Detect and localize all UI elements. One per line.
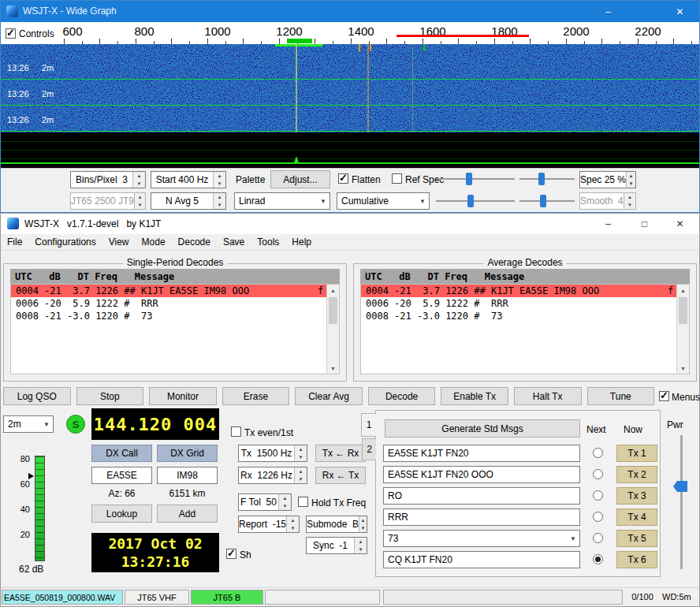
- spinner-arrows-icon[interactable]: [624, 193, 635, 209]
- decode-row[interactable]: 0004 -21 3.7 1226 ## K1JT EA5SE IM98 OOO…: [11, 285, 339, 297]
- waterfall-display[interactable]: 13:26 2m 13:26 2m 13:26 2m: [1, 44, 699, 132]
- rx-from-tx-button[interactable]: Rx ← Tx: [315, 467, 366, 484]
- log-qso-button[interactable]: Log QSO: [3, 387, 71, 405]
- tx6-message-field[interactable]: CQ K1JT FN20: [383, 551, 580, 568]
- tx5-message-combo[interactable]: 73: [383, 530, 580, 547]
- menu-view[interactable]: View: [102, 236, 136, 248]
- spinner-arrows-icon[interactable]: [354, 538, 367, 553]
- spinner-arrows-icon[interactable]: [278, 494, 291, 510]
- maximize-icon[interactable]: [627, 214, 662, 234]
- spinner-arrows-icon[interactable]: [213, 172, 225, 188]
- spectrum-display[interactable]: [1, 132, 699, 168]
- report-spinner[interactable]: Report -15: [238, 516, 300, 533]
- single-period-decodes-list[interactable]: 0004 -21 3.7 1226 ## K1JT EA5SE IM98 OOO…: [10, 284, 340, 374]
- tx5-next-radio[interactable]: [593, 533, 603, 543]
- spinner-arrows-icon[interactable]: [286, 516, 299, 532]
- palette-combo[interactable]: Linrad: [234, 192, 330, 210]
- wide-graph-titlebar[interactable]: WSJT-X - Wide Graph: [1, 1, 699, 22]
- minimize-icon[interactable]: [590, 1, 626, 23]
- tx-even-checkbox[interactable]: [231, 426, 241, 437]
- decode-row[interactable]: 0008 -21 -3.0 1220 # 73: [361, 310, 689, 322]
- tx3-now-button[interactable]: Tx 3: [616, 487, 657, 505]
- decode-button[interactable]: Decode: [368, 387, 436, 405]
- tx-from-rx-button[interactable]: Tx ← Rx: [315, 445, 366, 462]
- scrollbar[interactable]: [326, 285, 339, 374]
- close-icon[interactable]: [662, 214, 698, 234]
- spec-percent-spinner[interactable]: Spec 25 %: [579, 171, 636, 188]
- stop-button[interactable]: Stop: [76, 387, 144, 405]
- adjust-button[interactable]: Adjust...: [270, 170, 330, 188]
- generate-std-msgs-button[interactable]: Generate Std Msgs: [385, 419, 580, 438]
- tx4-message-field[interactable]: RRR: [383, 508, 580, 526]
- pwr-slider-track[interactable]: [680, 435, 683, 569]
- spinner-arrows-icon[interactable]: [132, 172, 145, 188]
- submode-spinner[interactable]: Submode B: [306, 516, 367, 533]
- menu-configurations[interactable]: Configurations: [28, 236, 102, 248]
- spinner-arrows-icon[interactable]: [134, 193, 145, 209]
- tx3-next-radio[interactable]: [593, 490, 603, 501]
- tune-button[interactable]: Tune: [587, 387, 655, 405]
- tx-freq-spinner[interactable]: Tx 1500 Hz: [238, 445, 307, 462]
- sh-checkbox[interactable]: [226, 549, 236, 559]
- decode-row[interactable]: 0004 -21 3.7 1226 ## K1JT EA5SE IM98 OOO…: [361, 285, 689, 297]
- scrollbar[interactable]: [676, 285, 689, 374]
- hold-tx-freq-checkbox[interactable]: [298, 497, 308, 507]
- spectrum-zero-slider[interactable]: [519, 193, 575, 209]
- close-icon[interactable]: [662, 1, 698, 23]
- clear-avg-button[interactable]: Clear Avg: [295, 387, 363, 405]
- spinner-arrows-icon[interactable]: [359, 516, 367, 532]
- jt65-jt9-split-spinner[interactable]: JT65 2500 JT9: [70, 192, 146, 210]
- main-titlebar[interactable]: WSJT-X v1.7.1-devel by K1JT: [1, 214, 699, 234]
- dx-grid-field[interactable]: IM98: [157, 467, 218, 484]
- menu-help[interactable]: Help: [285, 236, 318, 248]
- tx4-now-button[interactable]: Tx 4: [616, 508, 657, 526]
- tx1-next-radio[interactable]: [593, 448, 603, 458]
- erase-button[interactable]: Erase: [222, 387, 290, 405]
- spinner-arrows-icon[interactable]: [294, 467, 307, 483]
- tx2-message-field[interactable]: EA5SE K1JT FN20 OOO: [383, 466, 580, 483]
- dx-grid-button[interactable]: DX Grid: [157, 445, 218, 462]
- minimize-icon[interactable]: [590, 214, 626, 234]
- smooth-spinner[interactable]: Smooth 4: [579, 192, 636, 210]
- tx6-now-button[interactable]: Tx 6: [616, 551, 657, 568]
- controls-checkbox[interactable]: [6, 28, 16, 39]
- average-decodes-list[interactable]: 0004 -21 3.7 1226 ## K1JT EA5SE IM98 OOO…: [360, 284, 690, 374]
- lookup-button[interactable]: Lookup: [91, 505, 152, 523]
- monitor-button[interactable]: Monitor: [149, 387, 217, 405]
- decode-row[interactable]: 0008 -21 -3.0 1220 # 73: [11, 310, 339, 322]
- enable-tx-button[interactable]: Enable Tx: [441, 387, 508, 405]
- start-freq-spinner[interactable]: Start 400 Hz: [151, 171, 226, 188]
- halt-tx-button[interactable]: Halt Tx: [514, 387, 582, 405]
- ref-spec-checkbox[interactable]: [392, 173, 402, 184]
- menu-mode[interactable]: Mode: [136, 236, 172, 248]
- rig-status-indicator[interactable]: S: [66, 415, 85, 434]
- bins-pixel-spinner[interactable]: Bins/Pixel 3: [70, 171, 146, 188]
- decode-row[interactable]: 0006 -20 5.9 1222 # RRR: [11, 297, 339, 310]
- tx3-message-field[interactable]: RO: [383, 487, 580, 505]
- rx-freq-spinner[interactable]: Rx 1226 Hz: [238, 467, 307, 484]
- spinner-arrows-icon[interactable]: [626, 172, 635, 188]
- n-avg-spinner[interactable]: N Avg 5: [151, 192, 226, 210]
- tab-2[interactable]: 2: [362, 438, 376, 460]
- tx1-message-field[interactable]: EA5SE K1JT FN20: [383, 445, 580, 462]
- dx-call-button[interactable]: DX Call: [91, 445, 152, 462]
- sync-spinner[interactable]: Sync -1: [306, 537, 367, 554]
- flatten-checkbox[interactable]: [338, 173, 348, 184]
- spinner-arrows-icon[interactable]: [213, 193, 225, 209]
- band-combo[interactable]: 2m: [3, 415, 54, 433]
- tab-1[interactable]: 1: [361, 413, 376, 437]
- tx4-next-radio[interactable]: [593, 512, 603, 522]
- waterfall-gain-slider[interactable]: [436, 171, 515, 187]
- f-tol-spinner[interactable]: F Tol 50: [238, 493, 292, 511]
- menus-checkbox[interactable]: [659, 391, 669, 401]
- waterfall-zero-slider[interactable]: [519, 171, 575, 187]
- dx-call-field[interactable]: EA5SE: [91, 467, 152, 484]
- tx2-next-radio[interactable]: [593, 469, 603, 479]
- tx1-now-button[interactable]: Tx 1: [616, 445, 657, 462]
- spectrum-type-combo[interactable]: Cumulative: [337, 192, 430, 210]
- spectrum-gain-slider[interactable]: [436, 193, 515, 209]
- tx2-now-button[interactable]: Tx 2: [616, 466, 657, 483]
- menu-save[interactable]: Save: [217, 236, 251, 248]
- menu-file[interactable]: File: [1, 236, 28, 248]
- add-button[interactable]: Add: [157, 505, 218, 523]
